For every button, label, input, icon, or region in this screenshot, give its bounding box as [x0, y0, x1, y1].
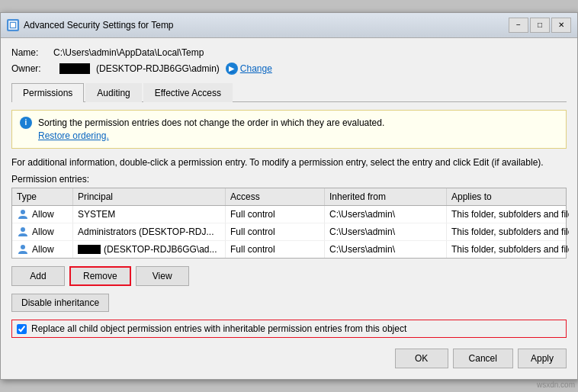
- table-row[interactable]: Allow (DESKTOP-RDJB6GG\ad... Full contro…: [12, 241, 566, 258]
- watermark: wsxdn.com: [537, 381, 575, 389]
- change-label: Change: [240, 63, 272, 74]
- replace-checkbox-label: Replace all child object permission entr…: [31, 323, 406, 334]
- svg-point-4: [21, 245, 25, 249]
- table-row[interactable]: Allow SYSTEM Full control C:\Users\admin…: [12, 206, 566, 223]
- svg-rect-1: [11, 23, 15, 27]
- row2-access: Full control: [226, 223, 325, 240]
- replace-checkbox[interactable]: [17, 324, 27, 334]
- apply-button[interactable]: Apply: [518, 349, 567, 368]
- name-row: Name: C:\Users\admin\AppData\Local\Temp: [11, 47, 567, 58]
- change-icon: ▶: [226, 63, 238, 75]
- row2-inherited: C:\Users\admin\: [325, 223, 447, 240]
- tab-permissions[interactable]: Permissions: [11, 83, 84, 102]
- row1-inherited: C:\Users\admin\: [325, 206, 447, 223]
- name-label: Name:: [11, 47, 53, 58]
- disable-inheritance-button[interactable]: Disable inheritance: [11, 294, 109, 312]
- row3-access: Full control: [226, 241, 325, 258]
- row1-access: Full control: [226, 206, 325, 223]
- view-button[interactable]: View: [136, 266, 189, 286]
- tabs-bar: Permissions Auditing Effective Access: [11, 82, 567, 102]
- remove-button[interactable]: Remove: [69, 266, 131, 286]
- window-title: Advanced Security Settings for Temp: [24, 20, 174, 31]
- minimize-button[interactable]: −: [509, 18, 528, 33]
- svg-point-3: [21, 227, 25, 232]
- table-header: Type Principal Access Inherited from App…: [12, 188, 566, 206]
- tab-effective-access[interactable]: Effective Access: [143, 83, 233, 102]
- info-icon: i: [20, 117, 32, 129]
- action-buttons: Add Remove View: [11, 266, 567, 286]
- col-type[interactable]: Type: [12, 188, 73, 205]
- owner-label: Owner:: [11, 63, 53, 74]
- titlebar-buttons: − □ ✕: [509, 18, 571, 33]
- row2-type: Allow: [12, 223, 73, 240]
- col-applies-to[interactable]: Applies to: [447, 188, 569, 205]
- add-button[interactable]: Add: [11, 266, 65, 286]
- owner-account: (DESKTOP-RDJB6GG\admin): [96, 63, 220, 74]
- cancel-button[interactable]: Cancel: [453, 349, 513, 368]
- tab-auditing[interactable]: Auditing: [85, 83, 141, 102]
- user-icon: [17, 226, 29, 238]
- row1-applies: This folder, subfolders and files: [447, 206, 569, 223]
- restore-ordering-link[interactable]: Restore ordering.: [38, 130, 109, 141]
- titlebar-left: Advanced Security Settings for Temp: [7, 19, 174, 31]
- perm-entries-label: Permission entries:: [11, 174, 567, 185]
- name-value: C:\Users\admin\AppData\Local\Temp: [53, 47, 204, 58]
- row3-applies: This folder, subfolders and files: [447, 241, 569, 258]
- row3-inherited: C:\Users\admin\: [325, 241, 447, 258]
- titlebar: Advanced Security Settings for Temp − □ …: [1, 13, 577, 38]
- row1-principal: SYSTEM: [73, 206, 226, 223]
- main-window: Advanced Security Settings for Temp − □ …: [0, 12, 578, 380]
- maximize-button[interactable]: □: [530, 18, 550, 33]
- table-row[interactable]: Allow Administrators (DESKTOP-RDJ... Ful…: [12, 223, 566, 241]
- principal-avatar-block: [78, 245, 101, 254]
- user-icon: [17, 208, 29, 220]
- info-box: i Sorting the permission entries does no…: [11, 110, 567, 149]
- info-text: Sorting the permission entries does not …: [38, 117, 384, 143]
- user-icon: [17, 243, 29, 255]
- change-link[interactable]: ▶ Change: [226, 63, 272, 75]
- row3-type: Allow: [12, 241, 73, 258]
- col-inherited-from[interactable]: Inherited from: [325, 188, 447, 205]
- close-button[interactable]: ✕: [551, 18, 571, 33]
- col-access[interactable]: Access: [226, 188, 325, 205]
- svg-point-2: [21, 210, 25, 214]
- owner-avatar-block: [59, 63, 90, 74]
- row3-principal: (DESKTOP-RDJB6GG\ad...: [73, 241, 226, 258]
- bottom-buttons: OK Cancel Apply: [11, 345, 567, 368]
- row2-applies: This folder, subfolders and files: [447, 223, 569, 240]
- desc-text: For additional information, double-click…: [11, 156, 567, 169]
- replace-checkbox-row: Replace all child object permission entr…: [11, 320, 567, 338]
- owner-row: Owner: (DESKTOP-RDJB6GG\admin) ▶ Change: [11, 63, 567, 75]
- window-icon: [7, 19, 19, 31]
- ok-button[interactable]: OK: [395, 349, 448, 368]
- permissions-table: Type Principal Access Inherited from App…: [11, 188, 567, 259]
- col-principal[interactable]: Principal: [73, 188, 226, 205]
- row1-type: Allow: [12, 206, 73, 223]
- content-area: Name: C:\Users\admin\AppData\Local\Temp …: [1, 38, 577, 379]
- row2-principal: Administrators (DESKTOP-RDJ...: [73, 223, 226, 240]
